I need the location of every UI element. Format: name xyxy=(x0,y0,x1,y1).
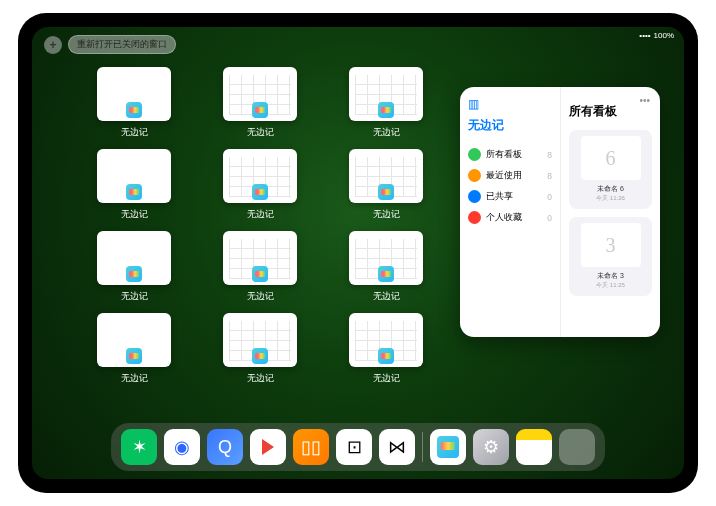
window-card[interactable]: 无边记 xyxy=(332,67,440,139)
window-label: 无边记 xyxy=(247,372,274,385)
category-icon xyxy=(468,211,481,224)
freeform-app-icon xyxy=(378,266,394,282)
window-thumbnail xyxy=(349,313,423,367)
window-label: 无边记 xyxy=(121,208,148,221)
signal-icon: •••• xyxy=(639,31,650,40)
dock-settings-icon[interactable]: ⚙ xyxy=(473,429,509,465)
sidebar-item-label: 已共享 xyxy=(486,191,513,203)
freeform-app-icon xyxy=(378,102,394,118)
window-card[interactable]: 无边记 xyxy=(80,231,188,303)
board-card[interactable]: 6未命名 6今天 11:26 xyxy=(569,130,652,209)
freeform-app-icon xyxy=(252,102,268,118)
screen: •••• 100% + 重新打开已关闭的窗口 无边记无边记无边记无边记无边记无边… xyxy=(32,27,684,479)
board-timestamp: 今天 11:26 xyxy=(596,194,625,203)
window-label: 无边记 xyxy=(121,372,148,385)
window-card[interactable]: 无边记 xyxy=(206,67,314,139)
more-icon[interactable]: ••• xyxy=(639,95,650,106)
popup-app-title: 无边记 xyxy=(468,117,552,134)
dock-browser2-icon[interactable]: Q xyxy=(207,429,243,465)
dock-separator xyxy=(422,432,423,462)
window-thumbnail xyxy=(349,149,423,203)
sidebar-item-count: 0 xyxy=(547,213,552,223)
window-label: 无边记 xyxy=(121,126,148,139)
add-window-button[interactable]: + xyxy=(44,36,62,54)
window-thumbnail xyxy=(97,231,171,285)
board-title: 未命名 3 xyxy=(597,271,624,281)
window-label: 无边记 xyxy=(373,208,400,221)
window-thumbnail xyxy=(223,67,297,121)
window-thumbnail xyxy=(97,67,171,121)
window-label: 无边记 xyxy=(247,290,274,303)
freeform-app-icon xyxy=(126,266,142,282)
board-card[interactable]: 3未命名 3今天 11:25 xyxy=(569,217,652,296)
window-thumbnail xyxy=(97,313,171,367)
dock-wechat-icon[interactable]: ✶ xyxy=(121,429,157,465)
window-card[interactable]: 无边记 xyxy=(332,313,440,385)
sidebar-item-count: 8 xyxy=(547,171,552,181)
sidebar-item[interactable]: 最近使用8 xyxy=(468,165,552,186)
sidebar-item-label: 所有看板 xyxy=(486,149,522,161)
category-icon xyxy=(468,148,481,161)
dock-freeform-icon[interactable] xyxy=(430,429,466,465)
board-preview: 6 xyxy=(581,136,641,180)
window-label: 无边记 xyxy=(373,372,400,385)
board-timestamp: 今天 11:25 xyxy=(596,281,625,290)
dock-dice-icon[interactable]: ⊡ xyxy=(336,429,372,465)
ipad-frame: •••• 100% + 重新打开已关闭的窗口 无边记无边记无边记无边记无边记无边… xyxy=(18,13,698,493)
window-card[interactable]: 无边记 xyxy=(332,231,440,303)
sidebar-item[interactable]: 所有看板8 xyxy=(468,144,552,165)
dock: ✶ ◉ Q ▯▯ ⊡ ⋈ ⚙ xyxy=(111,423,605,471)
app-windows-grid: 无边记无边记无边记无边记无边记无边记无边记无边记无边记无边记无边记无边记 xyxy=(80,67,440,385)
window-card[interactable]: 无边记 xyxy=(80,67,188,139)
window-thumbnail xyxy=(349,231,423,285)
sidebar-item-label: 最近使用 xyxy=(486,170,522,182)
board-title: 未命名 6 xyxy=(597,184,624,194)
window-card[interactable]: 无边记 xyxy=(80,313,188,385)
top-bar: + 重新打开已关闭的窗口 xyxy=(44,35,176,54)
sidebar-item[interactable]: 已共享0 xyxy=(468,186,552,207)
dock-books-icon[interactable]: ▯▯ xyxy=(293,429,329,465)
freeform-app-icon xyxy=(378,348,394,364)
window-label: 无边记 xyxy=(247,126,274,139)
window-label: 无边记 xyxy=(373,126,400,139)
window-card[interactable]: 无边记 xyxy=(206,313,314,385)
popup-sidebar: ▥ 无边记 所有看板8最近使用8已共享0个人收藏0 xyxy=(460,87,560,337)
status-bar: •••• 100% xyxy=(639,31,674,40)
sidebar-toggle-icon[interactable]: ▥ xyxy=(468,97,479,111)
category-icon xyxy=(468,190,481,203)
window-thumbnail xyxy=(223,231,297,285)
freeform-app-icon xyxy=(378,184,394,200)
window-card[interactable]: 无边记 xyxy=(332,149,440,221)
freeform-popup: ••• ▥ 无边记 所有看板8最近使用8已共享0个人收藏0 所有看板 6未命名 … xyxy=(460,87,660,337)
freeform-app-icon xyxy=(252,184,268,200)
window-thumbnail xyxy=(97,149,171,203)
window-label: 无边记 xyxy=(247,208,274,221)
freeform-app-icon xyxy=(126,348,142,364)
window-card[interactable]: 无边记 xyxy=(206,231,314,303)
window-thumbnail xyxy=(349,67,423,121)
freeform-app-icon xyxy=(252,266,268,282)
window-label: 无边记 xyxy=(373,290,400,303)
freeform-app-icon xyxy=(126,102,142,118)
window-thumbnail xyxy=(223,149,297,203)
sidebar-item[interactable]: 个人收藏0 xyxy=(468,207,552,228)
sidebar-item-count: 8 xyxy=(547,150,552,160)
dock-browser1-icon[interactable]: ◉ xyxy=(164,429,200,465)
sidebar-item-count: 0 xyxy=(547,192,552,202)
dock-app7-icon[interactable]: ⋈ xyxy=(379,429,415,465)
window-thumbnail xyxy=(223,313,297,367)
board-preview: 3 xyxy=(581,223,641,267)
dock-folder-icon[interactable] xyxy=(559,429,595,465)
window-label: 无边记 xyxy=(121,290,148,303)
sidebar-item-label: 个人收藏 xyxy=(486,212,522,224)
popup-content: 所有看板 6未命名 6今天 11:263未命名 3今天 11:25 xyxy=(560,87,660,337)
freeform-app-icon xyxy=(252,348,268,364)
battery-label: 100% xyxy=(654,31,674,40)
window-card[interactable]: 无边记 xyxy=(80,149,188,221)
category-icon xyxy=(468,169,481,182)
window-card[interactable]: 无边记 xyxy=(206,149,314,221)
reopen-closed-window-button[interactable]: 重新打开已关闭的窗口 xyxy=(68,35,176,54)
dock-notes-icon[interactable] xyxy=(516,429,552,465)
freeform-app-icon xyxy=(126,184,142,200)
dock-play-icon[interactable] xyxy=(250,429,286,465)
